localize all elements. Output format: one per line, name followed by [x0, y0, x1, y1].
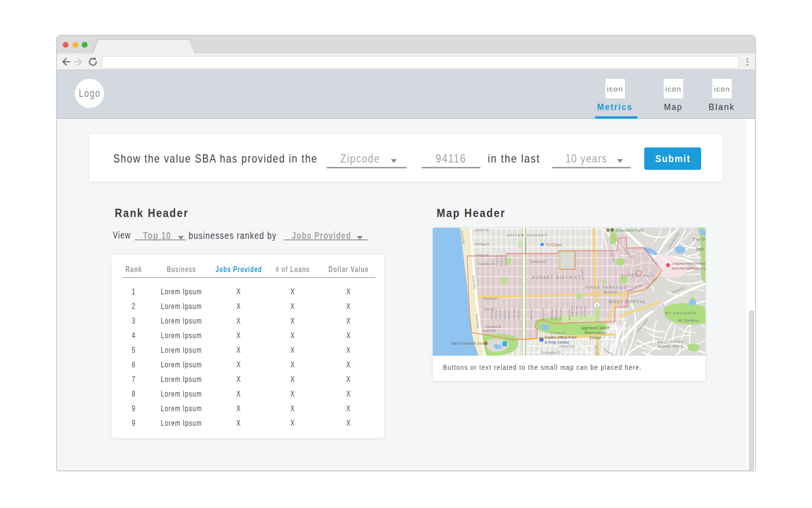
svg-text:Wawona St: Wawona St: [485, 325, 501, 328]
svg-text:Taraval St: Taraval St: [483, 297, 497, 300]
svg-text:29th Ave: 29th Ave: [555, 308, 558, 320]
svg-text:23rd Ave: 23rd Ave: [580, 306, 583, 317]
svg-text:43rd Ave: 43rd Ave: [494, 308, 497, 320]
svg-text:Ocean Ave: Ocean Ave: [559, 345, 575, 348]
svg-text:INNER PARKSIDE: INNER PARKSIDE: [585, 285, 628, 290]
svg-text:Grove: Grove: [589, 335, 601, 340]
svg-text:Lawton St: Lawton St: [475, 228, 489, 232]
svg-text:Grandview Park: Grandview Park: [616, 228, 644, 233]
svg-text:32nd Ave: 32nd Ave: [542, 308, 545, 321]
svg-text:Pacheco St: Pacheco St: [530, 260, 546, 263]
svg-text:24th Ave: 24th Ave: [575, 306, 578, 317]
svg-text:39th Ave: 39th Ave: [512, 308, 515, 320]
svg-text:Recreation: Recreation: [584, 330, 606, 335]
svg-text:35th Ave: 35th Ave: [530, 308, 533, 320]
svg-text:& Ship Center: & Ship Center: [545, 340, 569, 345]
svg-text:Sunset Blvd: Sunset Blvd: [524, 237, 527, 253]
svg-text:SUNSET DISTRICT: SUNSET DISTRICT: [532, 275, 582, 280]
svg-text:OUTER SUNSET: OUTER SUNSET: [507, 233, 547, 237]
svg-text:WESTWOOD: WESTWOOD: [657, 340, 684, 344]
svg-text:San Francisco Zoo: San Francisco Zoo: [451, 341, 484, 345]
svg-text:Eucalyptus Dr: Eucalyptus Dr: [541, 351, 561, 355]
svg-text:Pacheco St: Pacheco St: [478, 262, 494, 266]
svg-text:Sloat Blvd: Sloat Blvd: [482, 329, 496, 332]
svg-text:FOREST HILL: FOREST HILL: [621, 273, 654, 277]
svg-text:TWIN: TWIN: [692, 237, 706, 242]
svg-text:WEST PORTAL: WEST PORTAL: [609, 299, 646, 304]
svg-text:40th Ave: 40th Ave: [508, 308, 511, 320]
svg-text:41st Ave: 41st Ave: [504, 255, 507, 267]
svg-text:MT DAVIDSON: MT DAVIDSON: [665, 311, 697, 315]
svg-text:30th Ave: 30th Ave: [550, 308, 553, 320]
svg-text:Laguna Honda Hosp: Laguna Honda Hosp: [672, 261, 706, 266]
svg-text:44th Ave: 44th Ave: [490, 308, 493, 320]
svg-text:41st Ave: 41st Ave: [503, 308, 506, 320]
svg-text:25th Ave: 25th Ave: [571, 306, 574, 317]
svg-text:42nd Ave: 42nd Ave: [499, 308, 502, 321]
svg-text:Crestlake Dr: Crestlake Dr: [550, 331, 566, 334]
svg-text:38th Ave: 38th Ave: [517, 308, 520, 320]
svg-text:Twin: Twin: [695, 247, 704, 252]
svg-text:42nd Ave: 42nd Ave: [500, 254, 503, 267]
svg-text:and Rehabilitation C: and Rehabilitation C: [672, 266, 706, 271]
svg-text:TJ Cups: TJ Cups: [546, 242, 562, 247]
svg-text:Ortega St: Ortega St: [475, 254, 489, 257]
svg-text:HIGHLANDS: HIGHLANDS: [658, 344, 684, 348]
svg-text:1: 1: [596, 303, 598, 308]
svg-text:28th Ave: 28th Ave: [559, 308, 562, 320]
svg-text:20th Ave: 20th Ave: [595, 345, 598, 356]
svg-text:Sigmund Stern: Sigmund Stern: [581, 326, 610, 330]
svg-text:FedEx Office Print: FedEx Office Print: [545, 335, 577, 340]
svg-text:22nd Ave: 22nd Ave: [583, 305, 586, 318]
svg-text:43rd Ave: 43rd Ave: [495, 255, 498, 267]
svg-text:Noriega St: Noriega St: [475, 242, 490, 246]
svg-text:H: H: [669, 264, 671, 267]
svg-text:Taraval St: Taraval St: [603, 290, 617, 294]
svg-text:Mt. Davidson: Mt. Davidson: [678, 318, 700, 323]
